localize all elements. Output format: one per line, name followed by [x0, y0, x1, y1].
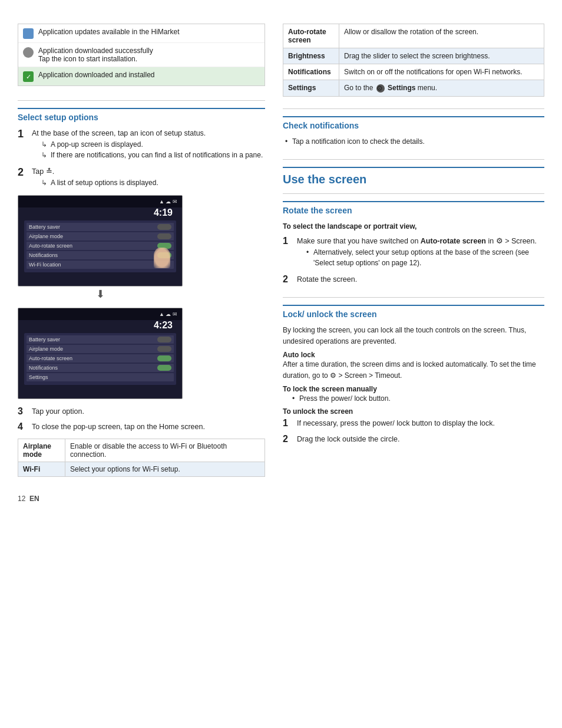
info-desc-2: Drag the slider to select the screen bri…: [339, 48, 544, 64]
setup-row-2: Wi-Fi Select your options for Wi-Fi setu…: [18, 462, 265, 477]
lock-unlock-heading: Lock/ unlock the screen: [283, 305, 544, 319]
installed-icon: ✓: [23, 71, 34, 82]
unlock-step-2-text: Drag the lock outside the circle.: [297, 434, 544, 445]
ss2-item-3: Auto-rotate screen: [27, 354, 174, 363]
step-1-bullet-2: If there are notifications, you can find…: [41, 150, 265, 160]
screenshot-1: ▲ ☁ ✉ 4:19 Battery saver Airplane mode A…: [18, 195, 183, 286]
ss1-item-4: Notifications: [27, 251, 174, 259]
rotate-subheading: To select the landscape or portrait view…: [283, 221, 544, 232]
ss2-item-5: Settings: [27, 373, 174, 381]
lang-label: EN: [29, 495, 39, 503]
rotate-step-1-bullet: Alternatively, select your setup options…: [297, 247, 544, 268]
check-notifications-section: Check notifications Tap a notification i…: [283, 108, 544, 147]
step-1-number: 1: [18, 128, 29, 140]
rotate-step-2: 2 Rotate the screen.: [283, 274, 544, 285]
setup-row-1: Airplane mode Enable or disable the acce…: [18, 439, 265, 462]
info-desc-1: Allow or disallow the rotation of the sc…: [339, 24, 544, 48]
lock-body-text: By locking the screen, you can lock all …: [283, 325, 544, 347]
unlock-step-1-content: If necessary, press the power/ lock butt…: [297, 418, 544, 429]
info-label-2: Brightness: [283, 48, 339, 64]
screenshot-1-container: ▲ ☁ ✉ 4:19 Battery saver Airplane mode A…: [18, 195, 183, 301]
check-notif-bullet: Tap a notification icon to check the det…: [283, 136, 544, 147]
settings-icon-inline: ⚙: [376, 84, 385, 93]
use-screen-heading: Use the screen: [283, 167, 544, 186]
info-table: Auto-rotate screen Allow or disallow the…: [283, 24, 544, 97]
left-column: Application updates available in the HiM…: [18, 24, 265, 503]
setup-label-1: Airplane mode: [18, 439, 65, 462]
page: Application updates available in the HiM…: [0, 0, 562, 526]
ss2-toggle-2: [157, 346, 171, 352]
unlock-step-1-number: 1: [283, 418, 295, 429]
ss2-statusbar: ▲ ☁ ✉: [18, 308, 182, 320]
step-4-number: 4: [18, 421, 29, 432]
ss1-statusbar: ▲ ☁ ✉: [18, 196, 182, 207]
step-2-content: Tap ≛. A list of setup options is displa…: [32, 166, 265, 188]
notif-row-1: Application updates available in the HiM…: [18, 24, 265, 43]
notif-text-3: Application downloaded and installed: [38, 71, 154, 79]
ss1-item-1: Battery saver: [27, 223, 174, 231]
unlock-label: To unlock the screen: [283, 407, 544, 416]
setup-label-2: Wi-Fi: [18, 462, 65, 477]
ss2-menu: Battery saver Airplane mode Auto-rotate …: [24, 333, 176, 385]
info-row-1: Auto-rotate screen Allow or disallow the…: [283, 24, 544, 48]
unlock-step-1-text: If necessary, press the power/ lock butt…: [297, 418, 544, 429]
select-setup-section: Select setup options 1 At the base of th…: [18, 100, 265, 477]
rotate-step-1-content: Make sure that you have switched on Auto…: [297, 236, 544, 268]
store-icon: [23, 28, 34, 39]
info-label-3: Notifications: [283, 64, 339, 80]
step-2-text: Tap ≛.: [32, 166, 265, 177]
unlock-step-2-content: Drag the lock outside the circle.: [297, 434, 544, 445]
right-column: Auto-rotate screen Allow or disallow the…: [283, 24, 544, 503]
info-desc-3: Switch on or off the notifications for o…: [339, 64, 544, 80]
rotate-step-1-text: Make sure that you have switched on Auto…: [297, 236, 544, 247]
ss2-icons: ▲ ☁ ✉: [159, 311, 177, 317]
step-1-text: At the base of the screen, tap an icon o…: [32, 128, 265, 139]
rotate-step-1: 1 Make sure that you have switched on Au…: [283, 236, 544, 269]
notification-table: Application updates available in the HiM…: [18, 24, 265, 86]
setup-options-table: Airplane mode Enable or disable the acce…: [18, 439, 265, 477]
manual-lock-bullet: Press the power/ lock button.: [283, 393, 544, 404]
ss1-time: 4:19: [154, 207, 177, 218]
ss2-toggle-1: [157, 337, 171, 342]
notif-row-2: Application downloaded successfullyTap t…: [18, 43, 265, 67]
step-1-content: At the base of the screen, tap an icon o…: [32, 128, 265, 160]
unlock-step-1: 1 If necessary, press the power/ lock bu…: [283, 418, 544, 429]
unlock-step-2-number: 2: [283, 434, 295, 444]
step-4: 4 To close the pop-up screen, tap on the…: [18, 421, 265, 433]
ss2-item-2: Airplane mode: [27, 345, 174, 353]
ss2-toggle-4: [157, 365, 171, 371]
ss2-item-1: Battery saver: [27, 335, 174, 344]
rotate-step-2-content: Rotate the screen.: [297, 274, 544, 285]
auto-lock-text: After a time duration, the screen dims a…: [283, 359, 544, 381]
step-3-number: 3: [18, 406, 29, 417]
arrow-down-1: ⬇: [18, 288, 183, 301]
rotate-screen-section: Rotate the screen To select the landscap…: [283, 193, 544, 285]
info-desc-4: Go to the ⚙ Settings menu.: [339, 80, 544, 97]
setup-desc-2: Select your options for Wi-Fi setup.: [65, 462, 265, 477]
rotate-step-2-text: Rotate the screen.: [297, 274, 544, 285]
step-1: 1 At the base of the screen, tap an icon…: [18, 128, 265, 160]
ss1-item-2: Airplane mode: [27, 232, 174, 241]
manual-lock-label: To lock the screen manually: [283, 385, 544, 393]
auto-lock-label: Auto lock: [283, 351, 544, 359]
rotate-step-2-number: 2: [283, 274, 295, 285]
ss1-toggle-2: [157, 233, 171, 239]
notif-text-2: Application downloaded successfullyTap t…: [38, 47, 153, 63]
finger-icon-1: [154, 248, 170, 268]
ss2-time: 4:23: [154, 320, 177, 331]
info-row-4: Settings Go to the ⚙ Settings menu.: [283, 80, 544, 97]
step-1-bullet-1: A pop-up screen is displayed.: [41, 139, 265, 150]
info-row-2: Brightness Drag the slider to select the…: [283, 48, 544, 64]
step-2: 2 Tap ≛. A list of setup options is disp…: [18, 166, 265, 188]
ss2-item-4: Notifications: [27, 364, 174, 372]
download-icon: [23, 47, 34, 58]
screenshot-2-container: ▲ ☁ ✉ 4:23 Battery saver Airplane mode A…: [18, 308, 183, 399]
setup-desc-1: Enable or disable the access to Wi-Fi or…: [65, 439, 265, 462]
unlock-step-2: 2 Drag the lock outside the circle.: [283, 434, 544, 445]
rotate-step-1-number: 1: [283, 236, 295, 246]
step-3-text: Tap your option.: [32, 406, 265, 417]
step-2-number: 2: [18, 166, 29, 179]
screenshot-2: ▲ ☁ ✉ 4:23 Battery saver Airplane mode A…: [18, 308, 183, 399]
ss2-toggle-3: [157, 355, 171, 361]
notif-text-1: Application updates available in the HiM…: [38, 28, 179, 36]
